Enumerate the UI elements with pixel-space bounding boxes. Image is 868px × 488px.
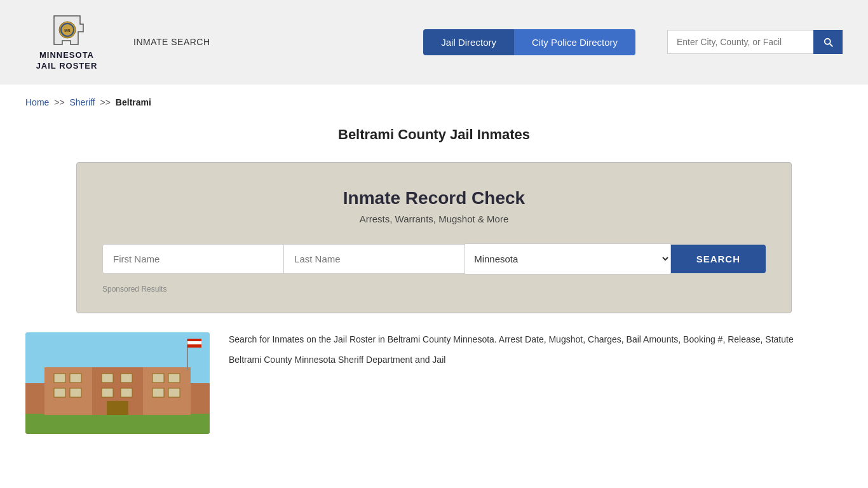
breadcrumb-sep2: >>	[100, 97, 111, 107]
svg-rect-18	[102, 388, 113, 397]
logo-area: MN MINNESOTA JAIL ROSTER	[25, 13, 108, 72]
description-sub: Beltrami County Minnesota Sheriff Depart…	[229, 353, 843, 367]
page-title: Beltrami County Jail Inmates	[25, 126, 843, 143]
sponsored-results-label: Sponsored Results	[102, 285, 766, 294]
state-select[interactable]: Minnesota AlabamaAlaskaArizonaArkansas C…	[465, 243, 671, 274]
breadcrumb-sheriff[interactable]: Sheriff	[70, 97, 95, 107]
logo-icon: MN	[46, 13, 88, 48]
svg-rect-9	[143, 367, 191, 415]
record-check-box: Inmate Record Check Arrests, Warrants, M…	[76, 162, 792, 313]
nav-buttons: Jail Directory City Police Directory	[423, 29, 635, 55]
record-check-subtitle: Arrests, Warrants, Mugshot & More	[102, 214, 766, 224]
svg-rect-8	[44, 367, 92, 415]
svg-rect-6	[25, 414, 210, 434]
header-search-button[interactable]	[813, 30, 843, 54]
breadcrumb-sep1: >>	[54, 97, 64, 107]
building-image	[25, 332, 210, 434]
svg-rect-20	[153, 388, 164, 397]
svg-rect-21	[168, 388, 180, 397]
svg-rect-26	[187, 344, 201, 348]
site-header: MN MINNESOTA JAIL ROSTER INMATE SEARCH J…	[0, 0, 868, 85]
bottom-section: Search for Inmates on the Jail Roster in…	[25, 332, 843, 453]
record-check-title: Inmate Record Check	[102, 188, 766, 208]
record-check-form: Minnesota AlabamaAlaskaArizonaArkansas C…	[102, 243, 766, 274]
jail-directory-button[interactable]: Jail Directory	[423, 29, 514, 55]
svg-rect-17	[70, 388, 81, 397]
svg-rect-19	[121, 388, 132, 397]
svg-text:MN: MN	[64, 29, 70, 32]
city-police-directory-button[interactable]: City Police Directory	[514, 29, 635, 55]
description-text: Search for Inmates on the Jail Roster in…	[229, 332, 843, 434]
breadcrumb-current: Beltrami	[116, 97, 151, 107]
breadcrumb-home[interactable]: Home	[25, 97, 49, 107]
first-name-input[interactable]	[102, 244, 284, 274]
inmate-search-link[interactable]: INMATE SEARCH	[133, 37, 210, 47]
breadcrumb: Home >> Sheriff >> Beltrami	[0, 85, 868, 120]
record-search-button[interactable]: SEARCH	[671, 245, 766, 273]
search-icon	[822, 36, 834, 48]
header-search-area	[667, 30, 843, 54]
svg-rect-10	[54, 374, 65, 383]
last-name-input[interactable]	[284, 244, 465, 274]
svg-rect-13	[121, 374, 132, 383]
svg-rect-14	[153, 374, 164, 383]
svg-rect-12	[102, 374, 113, 383]
svg-rect-15	[168, 374, 180, 383]
svg-rect-22	[107, 401, 128, 415]
svg-rect-25	[187, 341, 201, 344]
svg-rect-11	[70, 374, 81, 383]
header-search-input[interactable]	[667, 30, 813, 54]
description-main: Search for Inmates on the Jail Roster in…	[229, 332, 843, 346]
svg-rect-16	[54, 388, 65, 397]
logo-text: MINNESOTA JAIL ROSTER	[36, 50, 98, 72]
